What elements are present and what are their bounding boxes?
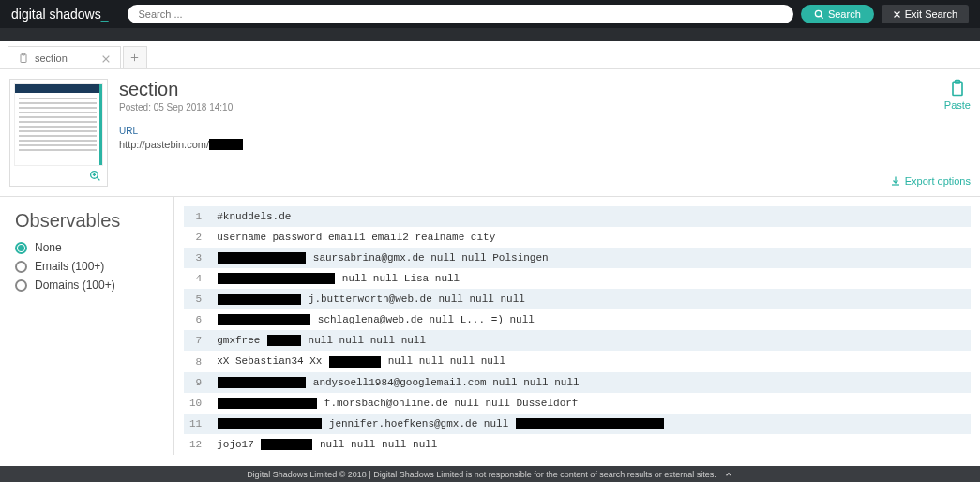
table-row: 3 saursabrina@gmx.de null null Polsingen	[184, 248, 971, 268]
url-label: URL	[119, 126, 866, 136]
download-icon	[890, 175, 901, 187]
line-number: 4	[184, 268, 211, 289]
detail-main: section Posted: 05 Sep 2018 14:10 URL ht…	[119, 79, 866, 187]
line-content: xX Sebastian34 Xx null null null null	[211, 351, 971, 371]
table-row: 7gmxfree null null null null	[184, 330, 971, 351]
line-content: username password email1 email2 realname…	[211, 227, 971, 248]
line-number: 2	[184, 227, 211, 248]
radio-icon	[15, 261, 27, 273]
text-segment: saursabrina@gmx.de null null Polsingen	[307, 252, 548, 264]
paste-label: Paste	[944, 99, 971, 111]
redacted-span	[218, 273, 335, 284]
clipboard-icon	[948, 79, 967, 98]
line-content: f.morsbach@online.de null null Düsseldor…	[211, 393, 971, 414]
line-content: gmxfree null null null null	[211, 330, 971, 351]
tab-section[interactable]: section	[8, 46, 121, 68]
redacted-span	[218, 252, 306, 264]
text-segment: null null null null	[302, 335, 426, 346]
clipboard-icon	[18, 53, 29, 64]
radio-icon	[15, 242, 27, 254]
tab-add-button[interactable]	[123, 46, 147, 68]
thumbnail-image	[14, 83, 103, 166]
table-row: 11 jennifer.hoefkens@gmx.de null	[184, 414, 971, 434]
posted-timestamp: Posted: 05 Sep 2018 14:10	[119, 102, 866, 113]
line-content: schlaglena@web.de null L... =) null	[211, 309, 971, 330]
text-segment: jennifer.hoefkens@gmx.de null	[323, 418, 515, 429]
svg-line-11	[97, 177, 99, 180]
text-segment: gmxfree	[217, 335, 266, 346]
table-row: 8xX Sebastian34 Xx null null null null	[184, 351, 971, 371]
table-row: 5 j.butterworth@web.de null null null	[184, 289, 971, 309]
table-row: 2username password email1 email2 realnam…	[184, 227, 971, 248]
tabs-row: section	[0, 41, 980, 69]
brand-logo: digital shadows_	[11, 7, 109, 22]
content-row: Observables NoneEmails (100+)Domains (10…	[0, 197, 980, 455]
brand-cursor: _	[101, 7, 109, 22]
redacted-span	[329, 356, 381, 368]
text-segment: f.morsbach@online.de null null Düsseldor…	[318, 398, 578, 409]
text-segment: andysoell1984@googlemail.com null null n…	[307, 377, 579, 388]
brand-text: digital shadows	[11, 7, 101, 22]
url-value: http://pastebin.com/	[119, 139, 243, 150]
table-row: 1#knuddels.de	[184, 206, 971, 227]
thumbnail-box[interactable]	[9, 79, 108, 187]
tab-close-icon[interactable]	[101, 52, 111, 63]
text-segment: schlaglena@web.de null L... =) null	[311, 314, 535, 325]
line-content: j.butterworth@web.de null null null	[211, 289, 971, 309]
exit-search-label: Exit Search	[905, 8, 957, 20]
line-number: 1	[184, 206, 211, 227]
redacted-span	[516, 418, 664, 429]
table-row: 10 f.morsbach@online.de null null Düssel…	[184, 393, 971, 414]
radio-icon	[15, 279, 27, 292]
exit-search-button[interactable]: Exit Search	[882, 5, 969, 23]
line-number: 5	[184, 289, 211, 309]
text-segment: xX Sebastian34 Xx	[217, 355, 328, 367]
line-content: jennifer.hoefkens@gmx.de null	[211, 414, 971, 434]
text-segment: null null null null	[382, 355, 505, 367]
text-segment: #knuddels.de	[217, 211, 291, 222]
paste-action[interactable]: Paste	[944, 79, 971, 111]
redacted-span	[218, 294, 301, 305]
line-number: 11	[184, 414, 211, 434]
radio-label: None	[35, 241, 62, 254]
table-row: 4 null null Lisa null	[184, 268, 971, 289]
search-button[interactable]: Search	[801, 5, 874, 23]
text-segment: null null null null	[313, 439, 437, 450]
line-content: jojo17 null null null null	[211, 434, 971, 455]
export-label: Export options	[905, 175, 971, 187]
line-number: 10	[184, 393, 211, 414]
text-segment: null null Lisa null	[336, 273, 460, 284]
detail-actions: Paste Export options	[877, 79, 971, 187]
text-segment: jojo17	[217, 439, 260, 450]
radio-option[interactable]: None	[15, 241, 158, 254]
line-content: saursabrina@gmx.de null null Polsingen	[211, 248, 971, 268]
table-row: 9 andysoell1984@googlemail.com null null…	[184, 372, 971, 393]
radio-option[interactable]: Emails (100+)	[15, 260, 158, 273]
table-row: 6 schlaglena@web.de null L... =) null	[184, 309, 971, 330]
line-content: null null Lisa null	[211, 268, 971, 289]
plus-icon	[129, 53, 140, 63]
redacted-span	[218, 314, 310, 325]
line-content: andysoell1984@googlemail.com null null n…	[211, 372, 971, 393]
text-segment: username password email1 email2 realname…	[217, 232, 495, 243]
data-pane: 1#knuddels.de2username password email1 e…	[173, 197, 980, 455]
line-number: 6	[184, 309, 211, 330]
redacted-span	[218, 398, 317, 409]
sidebar-title: Observables	[15, 210, 158, 232]
data-table: 1#knuddels.de2username password email1 e…	[184, 206, 971, 455]
radio-label: Domains (100+)	[35, 279, 115, 292]
redacted-span	[218, 418, 322, 429]
export-options-link[interactable]: Export options	[890, 175, 971, 187]
search-icon	[814, 9, 824, 20]
table-row: 12jojo17 null null null null	[184, 434, 971, 455]
radio-list: NoneEmails (100+)Domains (100+)	[15, 241, 158, 292]
search-input[interactable]	[128, 5, 793, 23]
redacted-span	[261, 439, 312, 450]
line-number: 3	[184, 248, 211, 268]
svg-line-1	[821, 15, 823, 18]
redacted-span	[209, 139, 243, 150]
zoom-icon[interactable]	[89, 169, 101, 182]
radio-option[interactable]: Domains (100+)	[15, 279, 158, 292]
search-button-label: Search	[828, 8, 861, 20]
line-number: 12	[184, 434, 211, 455]
